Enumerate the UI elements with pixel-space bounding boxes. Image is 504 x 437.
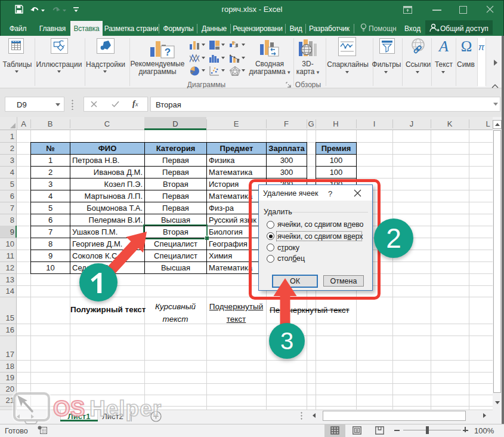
svg-text:?: ? [165,47,171,58]
svg-text:Ω: Ω [461,38,472,54]
svg-text:A: A [438,38,449,55]
